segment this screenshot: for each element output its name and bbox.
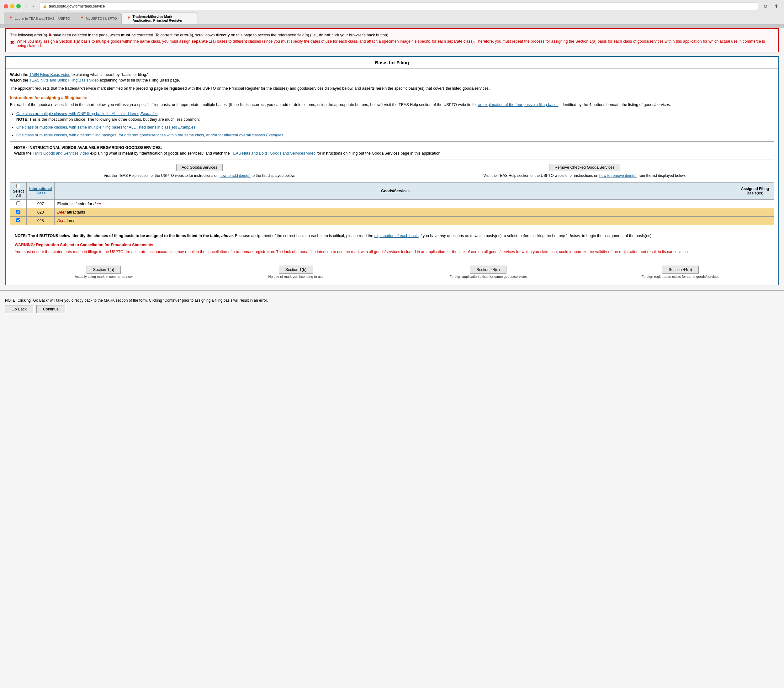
note-buttons-box: NOTE: The 4 BUTTONS below identify the c… <box>10 229 774 259</box>
watch-line-2: Watch the TEAS Nuts and Bolts: Filing Ba… <box>10 78 774 82</box>
teas-nuts-bolts-gs-link[interactable]: TEAS Nuts and Bolts: Goods and Services … <box>231 151 316 156</box>
bullet-examples-1[interactable]: Examples <box>140 112 158 116</box>
bullet-item-1: One class or multiple classes, with ONE … <box>16 111 774 123</box>
error-box: The following error(s) ✖ have been detec… <box>5 28 779 53</box>
section-title: Basis for Filing <box>6 57 778 69</box>
refresh-button[interactable]: ↻ <box>761 3 769 10</box>
browser-toolbar: ‹ › 🔒 teas.uspto.gov/forms/teas.service … <box>4 3 780 13</box>
note-videos-text: Watch the TMIN Goods and Services video … <box>14 151 441 156</box>
back-button[interactable]: ‹ <box>24 3 29 10</box>
continue-button[interactable]: Continue <box>36 305 65 313</box>
bullet-item-3: One class or multiple classes, with diff… <box>16 132 774 138</box>
row1-filing <box>736 199 774 208</box>
address-bar[interactable]: 🔒 teas.uspto.gov/forms/teas.service <box>39 3 758 10</box>
tmin-goods-services-link[interactable]: TMIN Goods and Services video <box>33 151 89 156</box>
error-intro: The following error(s) ✖ have been detec… <box>10 33 774 37</box>
row2-class: 028 <box>26 208 54 216</box>
tab-icon-myuspto: 📍 <box>80 16 84 21</box>
section-1b-button[interactable]: Section 1(b) <box>279 266 313 274</box>
filing-bases-explanation-link[interactable]: an explanation of the four possible fili… <box>478 102 558 107</box>
lock-icon: 🔒 <box>43 4 47 8</box>
row1-deer-word: deer <box>94 202 101 206</box>
traffic-lights <box>4 4 21 8</box>
select-all-checkbox[interactable] <box>16 184 20 188</box>
section-44d-sublabel: Foreign application exists for same good… <box>395 275 582 278</box>
section-1a-col: Section 1(a) Actually using mark in comm… <box>10 266 197 278</box>
explanation-each-basis-link[interactable]: explanation of each basis <box>374 234 418 238</box>
row3-goods: Deer lures <box>54 216 736 225</box>
browser-chrome: ‹ › 🔒 teas.uspto.gov/forms/teas.service … <box>0 0 784 25</box>
tmin-filing-basis-link[interactable]: TMIN Filing Basis video <box>29 72 70 77</box>
tab-trademark[interactable]: 📍 Trademark/Service Mark Application, Pr… <box>122 13 197 24</box>
col-header-int-class: InternationalClass <box>26 182 54 199</box>
bullet-examples-2[interactable]: Examples <box>178 125 195 130</box>
warning-text: You must ensure that statements made in … <box>15 249 769 255</box>
row2-checkbox[interactable] <box>16 210 20 214</box>
error-x-icon: ✖ <box>10 40 14 46</box>
minimize-button[interactable] <box>10 4 15 8</box>
close-button[interactable] <box>4 4 8 8</box>
divider <box>0 290 784 291</box>
tab-icon-login: 📍 <box>8 16 13 21</box>
tab-myuspto[interactable]: 📍 MyUSPTO | USPTO <box>75 13 122 24</box>
note-buttons-text: NOTE: The 4 BUTTONS below identify the c… <box>15 233 769 239</box>
footer-note: NOTE: Clicking "Go Back" will take you d… <box>5 298 779 303</box>
row1-class: 007 <box>26 199 54 208</box>
bullet-link-3[interactable]: One class or multiple classes, with diff… <box>16 133 265 137</box>
add-goods-help: Visit the TEAS Help section of the USPTO… <box>10 173 389 178</box>
add-goods-col: Add Goods/Services Visit the TEAS Help s… <box>10 164 389 178</box>
how-to-remove-link[interactable]: how to remove item(s) <box>599 173 637 178</box>
footer-buttons: Go Back Continue <box>5 305 779 313</box>
bullet-item-2: One class or multiple classes, with same… <box>16 125 774 130</box>
tab-icon-trademark: 📍 <box>126 16 131 21</box>
col-header-select: Select All <box>10 182 26 199</box>
row3-class: 028 <box>26 216 54 225</box>
maximize-button[interactable] <box>16 4 21 8</box>
col-header-filing: Assigned Filing Basis(es) <box>736 182 774 199</box>
instructions-header: Instructions for assigning a filing basi… <box>10 95 774 100</box>
bullet-link-2[interactable]: One class or multiple classes, with same… <box>16 125 177 130</box>
row3-deer-word: Deer <box>57 219 66 223</box>
row2-select-cell <box>10 208 26 216</box>
bullet-examples-3[interactable]: Examples <box>266 133 283 137</box>
forward-button[interactable]: › <box>30 3 36 10</box>
row3-select-cell <box>10 216 26 225</box>
section-44e-sublabel: Foreign registration exists for same goo… <box>587 275 774 278</box>
section-1a-button[interactable]: Section 1(a) <box>87 266 121 274</box>
col-header-goods: Goods/Services <box>54 182 736 199</box>
share-button[interactable]: ⬆ <box>772 3 780 10</box>
row1-select-cell <box>10 199 26 208</box>
note-videos-box: NOTE - INSTRUCTIONAL VIDEOS AVAILABLE RE… <box>10 142 774 160</box>
section-buttons: Section 1(a) Actually using mark in comm… <box>10 263 774 281</box>
go-back-button[interactable]: Go Back <box>5 305 33 313</box>
int-class-header-link[interactable]: InternationalClass <box>29 187 52 195</box>
watch-line-1: Watch the TMIN Filing Basis video explai… <box>10 72 774 77</box>
add-goods-button[interactable]: Add Goods/Services <box>176 164 222 171</box>
section-1b-sublabel: No use of mark yet, intending to use <box>202 275 389 278</box>
row3-checkbox[interactable] <box>16 218 20 222</box>
nav-buttons: ‹ › <box>24 3 36 10</box>
teas-nuts-bolts-link[interactable]: TEAS Nuts and Bolts: Filing Basis video <box>29 78 99 82</box>
remove-goods-button[interactable]: Remove Checked Goods/Services <box>549 164 620 171</box>
browser-tabs: 📍 Log in to TEAS and TEASI | USPTO 📍 MyU… <box>4 13 780 24</box>
section-44d-button[interactable]: Section 44(d) <box>470 266 506 274</box>
row3-filing <box>736 216 774 225</box>
tab-login[interactable]: 📍 Log in to TEAS and TEASI | USPTO <box>4 13 75 24</box>
url-text: teas.uspto.gov/forms/teas.service <box>49 4 105 8</box>
section-44e-col: Section 44(e) Foreign registration exist… <box>587 266 774 278</box>
row2-goods: Deer attractants <box>54 208 736 216</box>
description-text: The applicant requests that the trademar… <box>10 86 774 92</box>
section-body: Watch the TMIN Filing Basis video explai… <box>6 69 778 285</box>
form-section: Basis for Filing Watch the TMIN Filing B… <box>5 56 779 285</box>
bullet-list: One class or multiple classes, with ONE … <box>16 111 774 138</box>
page-footer: NOTE: Clicking "Go Back" will take you d… <box>0 295 784 316</box>
how-to-add-link[interactable]: how to add item(s) <box>219 173 250 178</box>
remove-goods-help: Visit the TEAS Help section of the USPTO… <box>395 173 774 178</box>
section-1a-sublabel: Actually using mark in commerce now <box>10 275 197 278</box>
error-bullet: ✖ While you may assign a Section 1(a) ba… <box>10 39 774 48</box>
goods-actions: Add Goods/Services Visit the TEAS Help s… <box>10 164 774 178</box>
section-44e-button[interactable]: Section 44(e) <box>662 266 698 274</box>
row1-checkbox[interactable] <box>16 201 20 206</box>
error-text: While you may assign a Section 1(a) basi… <box>16 39 774 48</box>
bullet-link-1[interactable]: One class or multiple classes, with ONE … <box>16 112 139 116</box>
